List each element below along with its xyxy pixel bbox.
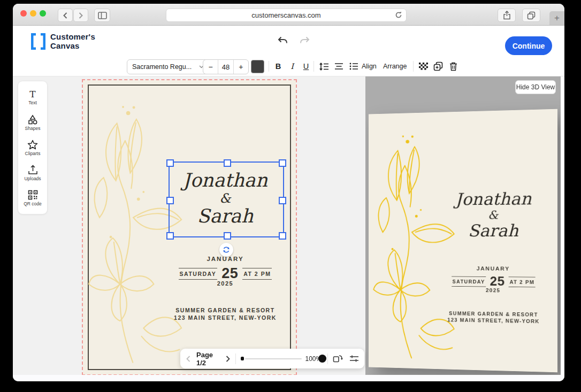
browser-window: customerscanvas.com + Customer's Canvas xyxy=(13,4,564,381)
tabs-overview-button[interactable] xyxy=(522,9,540,22)
undo-icon[interactable] xyxy=(277,36,288,45)
preview-3d-card: Jonathan & Sarah JANUARY SATURDAY 25 AT … xyxy=(369,109,557,373)
align-menu-button[interactable]: Align xyxy=(362,57,377,76)
trash-icon[interactable] xyxy=(447,60,459,72)
resize-handle-middle-right[interactable] xyxy=(279,197,286,204)
text-tool-icon: T xyxy=(29,90,35,99)
font-family-value: Sacramento Regu... xyxy=(132,63,192,71)
duplicate-icon[interactable] xyxy=(432,60,444,72)
preview-3d-panel: Jonathan & Sarah JANUARY SATURDAY 25 AT … xyxy=(365,76,561,375)
day-number-text: 25 xyxy=(221,265,238,282)
shapes-icon xyxy=(27,114,38,125)
view-settings-icon[interactable] xyxy=(349,355,359,363)
address-text-object[interactable]: 123 MAIN STREET, NEW-YORK xyxy=(145,314,305,321)
font-size-decrease-button[interactable]: − xyxy=(203,60,218,74)
tool-cliparts[interactable]: Cliparts xyxy=(19,136,46,159)
text-color-swatch[interactable] xyxy=(251,60,264,73)
bold-button[interactable]: B xyxy=(272,57,285,76)
browser-titlebar: customerscanvas.com + xyxy=(13,4,564,26)
zoom-slider-track[interactable] xyxy=(245,358,302,359)
weekday-text: SATURDAY xyxy=(179,268,218,280)
tools-sidebar: T Text Shapes Cliparts Uploads xyxy=(18,81,48,214)
year-text-object[interactable]: 2025 xyxy=(172,280,279,287)
resize-handle-bottom-center[interactable] xyxy=(224,232,231,240)
tool-uploads[interactable]: Uploads xyxy=(19,161,46,185)
new-tab-button[interactable]: + xyxy=(549,11,564,25)
next-page-icon[interactable] xyxy=(225,355,231,363)
previous-page-icon[interactable] xyxy=(186,355,191,363)
minimize-window-button[interactable] xyxy=(30,10,36,17)
reload-icon[interactable] xyxy=(395,11,402,19)
resize-handle-top-left[interactable] xyxy=(166,159,174,167)
zoom-percentage: 100% xyxy=(305,355,322,363)
arrange-menu-button[interactable]: Arrange xyxy=(383,57,407,76)
italic-button[interactable]: I xyxy=(286,57,299,76)
time-text: AT 2 PM xyxy=(242,268,272,280)
font-size-value[interactable]: 48 xyxy=(218,60,233,74)
upload-icon xyxy=(28,165,38,175)
zoom-slider-min-marker[interactable] xyxy=(241,357,244,360)
forward-button[interactable] xyxy=(73,9,88,22)
window-footer xyxy=(13,375,564,381)
resize-handle-bottom-left[interactable] xyxy=(166,232,174,240)
editing-toolbar: Sacramento Regu... − 48 + B I U Align Ar… xyxy=(13,57,564,76)
date-row-object[interactable]: SATURDAY 25 AT 2 PM xyxy=(166,265,284,282)
brand-brackets-icon xyxy=(31,33,45,50)
resize-handle-middle-left[interactable] xyxy=(166,197,174,204)
app-header: Customer's Canvas Continue xyxy=(13,26,564,57)
resize-handle-top-right[interactable] xyxy=(279,159,286,167)
close-window-button[interactable] xyxy=(20,10,27,17)
font-size-increase-button[interactable]: + xyxy=(234,60,248,74)
text-align-icon[interactable] xyxy=(333,60,345,72)
underline-button[interactable]: U xyxy=(300,57,312,76)
venue-text-object[interactable]: SUMMER GARDEN & RESORT xyxy=(145,307,305,313)
rotate-handle-icon[interactable] xyxy=(219,243,233,257)
qr-code-icon xyxy=(28,190,38,200)
rotate-page-icon[interactable] xyxy=(333,354,343,363)
line-spacing-icon[interactable] xyxy=(318,60,330,72)
tool-shapes[interactable]: Shapes xyxy=(19,111,46,134)
zoom-slider-knob[interactable] xyxy=(318,355,326,363)
design-page[interactable]: Jonathan & Sarah JANUARY SATURDAY 25 AT … xyxy=(83,80,296,374)
share-button[interactable] xyxy=(498,9,516,22)
font-family-select[interactable]: Sacramento Regu... xyxy=(127,59,209,74)
resize-handle-top-center[interactable] xyxy=(224,159,231,167)
list-icon[interactable] xyxy=(348,60,360,72)
maximize-window-button[interactable] xyxy=(40,10,46,17)
resize-handle-bottom-right[interactable] xyxy=(279,232,286,240)
customers-canvas-logo: Customer's Canvas xyxy=(31,33,95,50)
star-icon xyxy=(27,140,38,150)
page-indicator: Page 1/2 xyxy=(196,351,220,367)
sidebar-toggle-icon[interactable] xyxy=(94,9,110,22)
font-size-stepper: − 48 + xyxy=(203,59,249,74)
transparency-checker-icon[interactable] xyxy=(417,60,429,72)
canvas-workspace: T Text Shapes Cliparts Uploads xyxy=(13,76,365,375)
page-navigation-bar: Page 1/2 100% xyxy=(180,349,364,368)
redo-icon[interactable] xyxy=(300,36,310,45)
hide-3d-view-button[interactable]: Hide 3D View xyxy=(515,80,556,94)
selection-frame[interactable] xyxy=(169,162,284,237)
url-text: customerscanvas.com xyxy=(251,11,320,19)
back-button[interactable] xyxy=(58,9,73,22)
tool-qr-code[interactable]: QR code xyxy=(19,186,46,210)
brand-line1: Customer's xyxy=(50,32,95,41)
address-bar[interactable]: customerscanvas.com xyxy=(166,9,407,22)
continue-button[interactable]: Continue xyxy=(505,36,552,55)
tool-text[interactable]: T Text xyxy=(19,86,46,109)
brand-line2: Canvas xyxy=(50,41,80,50)
